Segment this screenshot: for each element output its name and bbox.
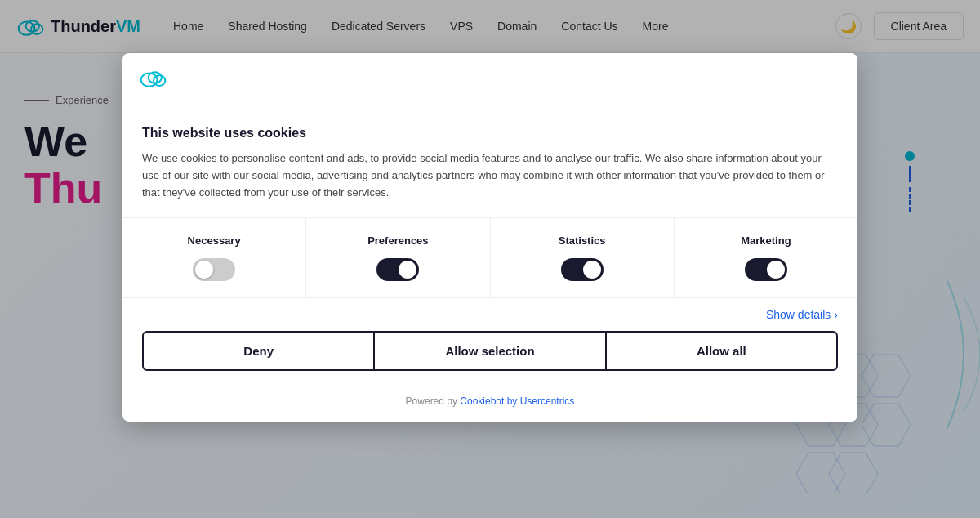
cookie-header bbox=[122, 53, 858, 109]
toggle-thumb-statistics bbox=[583, 261, 601, 279]
toggle-switch-statistics[interactable] bbox=[561, 258, 604, 281]
toggle-track-statistics bbox=[561, 258, 604, 281]
allow-all-button[interactable]: Allow all bbox=[606, 331, 838, 371]
powered-by-text: Powered by bbox=[406, 395, 461, 407]
toggle-switch-preferences[interactable] bbox=[376, 258, 419, 281]
toggle-cell-marketing: Marketing bbox=[675, 218, 858, 297]
cookie-footer: Powered by Cookiebot by Usercentrics bbox=[122, 387, 858, 422]
toggle-cell-statistics: Statistics bbox=[491, 218, 675, 297]
show-details-row: Show details › bbox=[122, 298, 858, 331]
cookie-body: This website uses cookies We use cookies… bbox=[122, 109, 858, 217]
toggle-track-preferences bbox=[376, 258, 419, 281]
toggle-switch-necessary[interactable] bbox=[193, 258, 235, 281]
show-details-link[interactable]: Show details › bbox=[766, 308, 838, 321]
svg-point-13 bbox=[154, 75, 165, 86]
chevron-right-icon: › bbox=[834, 308, 838, 321]
cookie-dialog-description: We use cookies to personalise content an… bbox=[142, 150, 838, 201]
toggle-track-necessary bbox=[193, 258, 235, 281]
toggle-label-marketing: Marketing bbox=[741, 234, 791, 247]
cookie-dialog-title: This website uses cookies bbox=[142, 126, 838, 141]
toggle-cell-necessary: Necessary bbox=[122, 218, 306, 297]
cookie-logo bbox=[139, 66, 841, 92]
deny-button[interactable]: Deny bbox=[142, 331, 374, 371]
toggle-switch-marketing[interactable] bbox=[745, 258, 787, 281]
cookiebot-link[interactable]: Cookiebot by Usercentrics bbox=[460, 395, 574, 407]
show-details-label: Show details bbox=[766, 308, 831, 321]
toggle-track-marketing bbox=[745, 258, 787, 281]
toggle-cell-preferences: Preferences bbox=[306, 218, 490, 297]
cookie-toggles-row: Necessary Preferences Statistics bbox=[122, 217, 858, 298]
cookie-dialog: This website uses cookies We use cookies… bbox=[122, 53, 858, 422]
toggle-label-statistics: Statistics bbox=[559, 234, 606, 247]
toggle-label-preferences: Preferences bbox=[368, 234, 428, 247]
toggle-thumb-necessary bbox=[195, 261, 213, 279]
cookie-buttons: Deny Allow selection Allow all bbox=[122, 331, 858, 387]
toggle-label-necessary: Necessary bbox=[188, 234, 241, 247]
toggle-thumb-preferences bbox=[399, 261, 416, 279]
toggle-thumb-marketing bbox=[767, 261, 785, 279]
allow-selection-button[interactable]: Allow selection bbox=[374, 331, 605, 371]
